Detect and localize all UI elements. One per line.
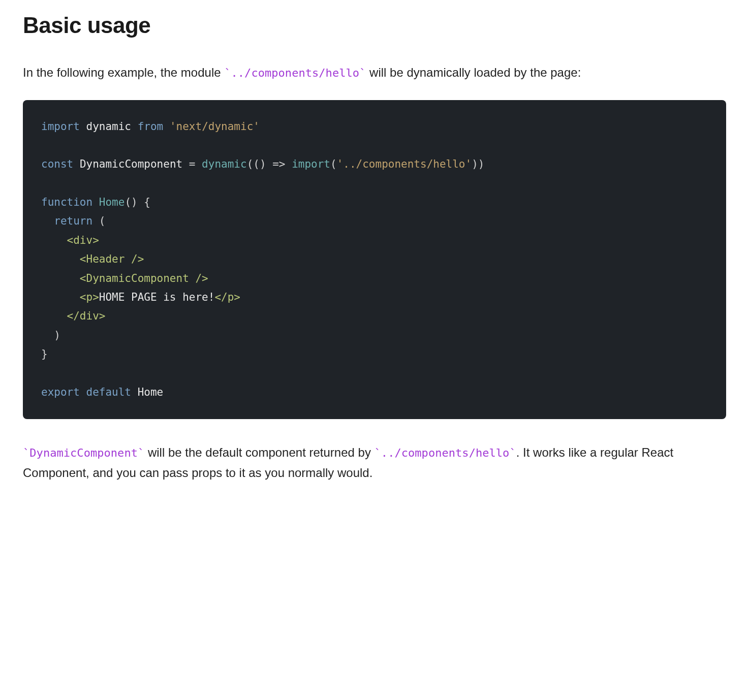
code-token: <DynamicComponent /> — [80, 272, 208, 284]
intro-text-before: In the following example, the module — [23, 66, 224, 79]
intro-text-after: will be dynamically loaded by the page: — [366, 66, 581, 79]
code-token: default — [86, 386, 132, 398]
code-token: Home — [138, 386, 164, 398]
intro-module-path: ../components/hello — [224, 67, 366, 79]
outro-code-2: ../components/hello — [374, 447, 516, 459]
code-token: <p> — [80, 291, 99, 303]
code-token: </p> — [214, 291, 240, 303]
code-token: HOME PAGE is here! — [99, 291, 215, 303]
outro-paragraph: DynamicComponent will be the default com… — [23, 442, 726, 483]
code-token: export — [41, 386, 80, 398]
code-token: function — [41, 196, 92, 208]
code-token: () => — [253, 158, 292, 170]
code-token: } — [41, 348, 48, 360]
section-heading: Basic usage — [23, 13, 726, 38]
code-token: ( — [247, 158, 254, 170]
intro-paragraph: In the following example, the module ../… — [23, 62, 726, 83]
code-token: from — [138, 120, 164, 133]
code-token: '../components/hello' — [337, 158, 472, 170]
code-token: dynamic — [202, 158, 247, 170]
code-token: = — [182, 158, 202, 170]
code-token: import — [41, 120, 80, 133]
code-token: )) — [472, 158, 484, 170]
code-token: () { — [124, 196, 150, 208]
code-token: ( — [330, 158, 337, 170]
code-token: 'next/dynamic' — [170, 120, 260, 133]
code-token: return — [54, 215, 92, 227]
code-token: dynamic — [86, 120, 132, 133]
code-token: DynamicComponent — [80, 158, 182, 170]
code-token: Home — [99, 196, 125, 208]
code-token: <Header /> — [80, 253, 144, 265]
code-token: ) — [54, 329, 60, 341]
code-token: const — [41, 158, 73, 170]
code-token: </div> — [67, 310, 106, 322]
outro-code-1: DynamicComponent — [23, 447, 144, 459]
code-token: import — [292, 158, 330, 170]
code-token: <div> — [67, 234, 99, 246]
outro-text-1: will be the default component returned b… — [144, 446, 374, 459]
code-block: import dynamic from 'next/dynamic' const… — [23, 100, 726, 420]
code-token: ( — [92, 215, 105, 227]
